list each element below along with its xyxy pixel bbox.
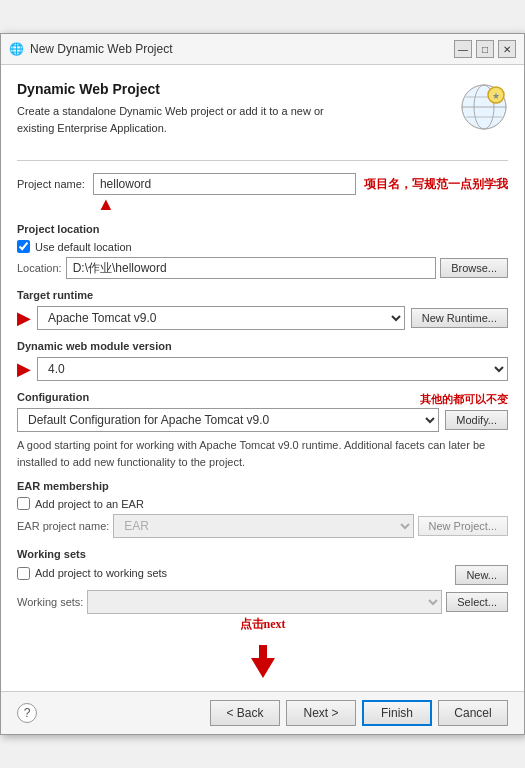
add-to-working-sets-label: Add project to working sets bbox=[35, 567, 167, 579]
ear-project-name-select: EAR bbox=[113, 514, 413, 538]
configuration-label: Configuration bbox=[17, 391, 89, 403]
back-button[interactable]: < Back bbox=[210, 700, 280, 726]
ear-project-name-row: EAR project name: EAR New Project... bbox=[17, 514, 508, 538]
title-bar-left: 🌐 New Dynamic Web Project bbox=[9, 42, 173, 56]
maximize-button[interactable]: □ bbox=[476, 40, 494, 58]
add-to-working-sets-row: Add project to working sets bbox=[17, 567, 167, 580]
location-input bbox=[66, 257, 436, 279]
arrow-down bbox=[17, 643, 508, 683]
add-to-ear-checkbox[interactable] bbox=[17, 497, 30, 510]
project-name-annotation: 项目名，写规范一点别学我 bbox=[364, 176, 508, 193]
dynamic-web-module-label: Dynamic web module version bbox=[17, 340, 508, 352]
dialog-description: Create a standalone Dynamic Web project … bbox=[17, 103, 450, 136]
footer-buttons: < Back Next > Finish Cancel bbox=[210, 700, 508, 726]
browse-button[interactable]: Browse... bbox=[440, 258, 508, 278]
new-project-button[interactable]: New Project... bbox=[418, 516, 508, 536]
target-runtime-select[interactable]: Apache Tomcat v9.0 bbox=[37, 306, 405, 330]
close-button[interactable]: ✕ bbox=[498, 40, 516, 58]
working-sets-annotation: 点击next bbox=[17, 616, 508, 633]
modify-button[interactable]: Modify... bbox=[445, 410, 508, 430]
dialog-title: Dynamic Web Project bbox=[17, 81, 450, 97]
project-location-label: Project location bbox=[17, 223, 508, 235]
arrow-to-project-name: ▲ bbox=[97, 195, 508, 213]
new-runtime-button[interactable]: New Runtime... bbox=[411, 308, 508, 328]
main-window: 🌐 New Dynamic Web Project — □ ✕ Dynamic … bbox=[0, 33, 525, 735]
working-sets-select bbox=[87, 590, 442, 614]
window-title: New Dynamic Web Project bbox=[30, 42, 173, 56]
add-to-ear-label: Add project to an EAR bbox=[35, 498, 144, 510]
configuration-description: A good starting point for working with A… bbox=[17, 437, 508, 470]
dialog-footer: ? < Back Next > Finish Cancel bbox=[1, 691, 524, 734]
add-to-ear-row: Add project to an EAR bbox=[17, 497, 508, 510]
next-button[interactable]: Next > bbox=[286, 700, 356, 726]
ear-membership-group: EAR membership Add project to an EAR EAR… bbox=[17, 480, 508, 538]
minimize-button[interactable]: — bbox=[454, 40, 472, 58]
dynamic-web-module-select[interactable]: 4.0 bbox=[37, 357, 508, 381]
ear-project-name-prefix: EAR project name: bbox=[17, 520, 109, 532]
configuration-annotation: 其他的都可以不变 bbox=[420, 392, 508, 407]
ear-membership-label: EAR membership bbox=[17, 480, 508, 492]
use-default-location-row: Use default location bbox=[17, 240, 508, 253]
header-divider bbox=[17, 160, 508, 161]
project-location-group: Project location Use default location Lo… bbox=[17, 223, 508, 279]
project-name-input[interactable] bbox=[93, 173, 356, 195]
finish-button[interactable]: Finish bbox=[362, 700, 432, 726]
help-button[interactable]: ? bbox=[17, 703, 37, 723]
dialog-content: Dynamic Web Project Create a standalone … bbox=[1, 65, 524, 683]
use-default-location-label: Use default location bbox=[35, 241, 132, 253]
use-default-location-checkbox[interactable] bbox=[17, 240, 30, 253]
configuration-group: Configuration 其他的都可以不变 Default Configura… bbox=[17, 391, 508, 470]
select-working-set-button[interactable]: Select... bbox=[446, 592, 508, 612]
svg-text:★: ★ bbox=[492, 91, 500, 101]
svg-rect-9 bbox=[259, 645, 267, 661]
working-sets-label: Working sets bbox=[17, 548, 508, 560]
target-runtime-label: Target runtime bbox=[17, 289, 508, 301]
working-sets-group: Working sets Add project to working sets… bbox=[17, 548, 508, 633]
working-sets-prefix: Working sets: bbox=[17, 596, 83, 608]
title-controls: — □ ✕ bbox=[454, 40, 516, 58]
project-name-label: Project name: bbox=[17, 178, 85, 190]
title-bar: 🌐 New Dynamic Web Project — □ ✕ bbox=[1, 34, 524, 65]
location-row: Location: Browse... bbox=[17, 257, 508, 279]
add-to-working-sets-checkbox[interactable] bbox=[17, 567, 30, 580]
location-prefix: Location: bbox=[17, 262, 62, 274]
window-icon: 🌐 bbox=[9, 42, 24, 56]
working-sets-row: Working sets: Select... bbox=[17, 590, 508, 614]
project-name-row: Project name: 项目名，写规范一点别学我 bbox=[17, 173, 508, 195]
globe-icon: ★ bbox=[460, 83, 508, 134]
project-name-group: Project name: 项目名，写规范一点别学我 ▲ bbox=[17, 173, 508, 213]
new-working-set-button[interactable]: New... bbox=[455, 565, 508, 585]
configuration-select[interactable]: Default Configuration for Apache Tomcat … bbox=[17, 408, 439, 432]
dynamic-web-module-group: Dynamic web module version ▶ 4.0 bbox=[17, 340, 508, 381]
cancel-button[interactable]: Cancel bbox=[438, 700, 508, 726]
target-runtime-group: Target runtime ▶ Apache Tomcat v9.0 New … bbox=[17, 289, 508, 330]
